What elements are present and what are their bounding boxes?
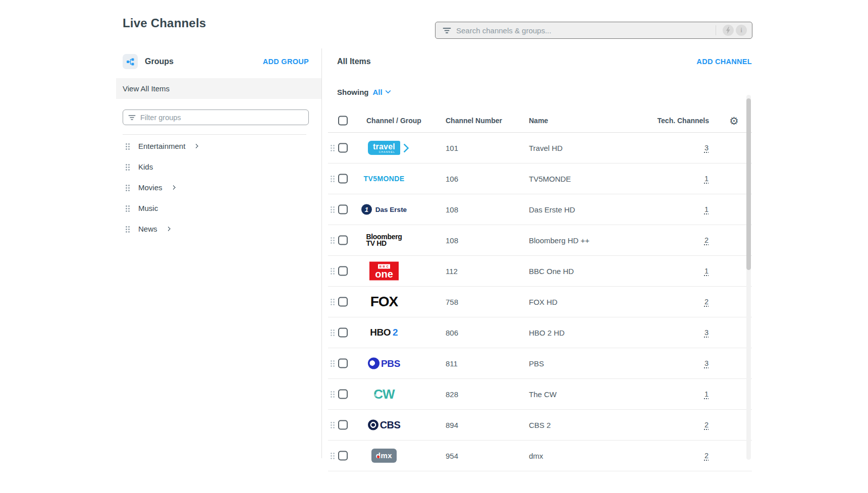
drag-handle-icon[interactable] [330, 144, 335, 151]
row-checkbox[interactable] [338, 266, 348, 276]
gear-icon[interactable]: ⚙ [729, 115, 739, 126]
channel-logo: travel CHANNEL [368, 141, 400, 155]
group-row[interactable]: Entertainment [116, 136, 321, 156]
row-checkbox[interactable] [338, 236, 348, 245]
tech-channels-link[interactable]: 1 [704, 205, 709, 213]
all-items-title: All Items [337, 57, 371, 66]
channel-row: Bloomberg TV HD 108 Bloomberg HD ++ 2 [328, 225, 752, 256]
drag-handle-icon[interactable] [330, 421, 335, 428]
drag-handle-icon[interactable] [330, 298, 335, 305]
channel-name: TV5MONDE [529, 175, 571, 183]
filter-icon [128, 115, 136, 121]
showing-dropdown[interactable]: All [373, 88, 390, 96]
drag-handle-icon[interactable] [125, 163, 130, 171]
drag-handle-icon[interactable] [125, 226, 130, 233]
all-items-header: All Items ADD CHANNEL [328, 48, 752, 75]
channel-logo: HBO 2 [370, 327, 398, 338]
add-channel-button[interactable]: ADD CHANNEL [696, 58, 752, 66]
channel-row: Das Erste 1 108 Das Erste HD 1 [328, 194, 752, 225]
filter-groups-field[interactable] [123, 109, 309, 125]
table-scrollbar-thumb[interactable] [746, 98, 751, 270]
group-row[interactable]: Music [116, 198, 321, 218]
tech-channels-link[interactable]: 2 [704, 421, 709, 429]
live-channels-page: Live Channels i Groups ADD GROUP [0, 0, 868, 493]
chevron-down-icon [385, 88, 391, 93]
row-checkbox[interactable] [338, 297, 348, 307]
channel-logo: dmx [371, 449, 397, 463]
channel-logo: TV5MONDE [364, 175, 405, 183]
drag-handle-icon[interactable] [125, 205, 130, 212]
group-label: Music [138, 204, 158, 212]
add-group-button[interactable]: ADD GROUP [263, 58, 309, 66]
col-name: Name [529, 117, 548, 125]
channel-row: dmx 954 dmx 2 [328, 441, 752, 471]
lightning-icon[interactable] [723, 25, 734, 36]
channel-table-body: travel CHANNEL 101 Travel HD 3 TV5MONDE … [328, 133, 752, 471]
groups-hierarchy-icon [123, 54, 138, 69]
group-row[interactable]: News [116, 218, 321, 239]
groups-title: Groups [145, 57, 174, 66]
row-checkbox[interactable] [338, 328, 348, 338]
tech-channels-link[interactable]: 1 [704, 175, 709, 183]
col-channel-number: Channel Number [446, 117, 502, 125]
global-search[interactable]: i [435, 22, 752, 39]
channel-logo: one BBC [369, 262, 399, 281]
filter-groups-input[interactable] [140, 114, 303, 122]
row-checkbox[interactable] [338, 359, 348, 368]
group-label: Kids [138, 162, 153, 171]
channel-name: Travel HD [529, 144, 563, 152]
channel-number: 108 [446, 236, 458, 245]
channel-name: BBC One HD [529, 267, 574, 276]
panel-divider [321, 48, 322, 458]
drag-handle-icon[interactable] [330, 329, 335, 336]
tech-channels-link[interactable]: 1 [704, 390, 709, 398]
drag-handle-icon[interactable] [330, 237, 335, 244]
table-scrollbar-track[interactable] [746, 95, 751, 460]
channel-number: 112 [446, 267, 458, 276]
row-checkbox[interactable] [338, 451, 348, 461]
row-checkbox[interactable] [338, 420, 348, 430]
row-checkbox[interactable] [338, 143, 348, 153]
drag-handle-icon[interactable] [125, 143, 130, 150]
drag-handle-icon[interactable] [330, 452, 335, 459]
channel-row: TV5MONDE 106 TV5MONDE 1 [328, 163, 752, 194]
row-checkbox[interactable] [338, 205, 348, 214]
drag-handle-icon[interactable] [330, 391, 335, 398]
channel-name: dmx [529, 452, 543, 460]
row-checkbox[interactable] [338, 174, 348, 184]
channel-name: PBS [529, 359, 544, 368]
tech-channels-link[interactable]: 3 [704, 359, 709, 367]
group-row[interactable]: Movies [116, 177, 321, 198]
tech-channels-link[interactable]: 1 [704, 267, 709, 275]
drag-handle-icon[interactable] [330, 175, 335, 182]
view-all-items[interactable]: View All Items [116, 78, 321, 99]
groups-sidebar: Groups ADD GROUP View All Items Entertai… [116, 48, 321, 239]
channel-row: PBS 811 PBS 3 [328, 348, 752, 379]
channel-number: 101 [446, 144, 458, 152]
chevron-right-icon[interactable] [166, 227, 171, 232]
drag-handle-icon[interactable] [330, 267, 335, 275]
group-label: Movies [138, 183, 162, 192]
row-checkbox[interactable] [338, 390, 348, 399]
drag-handle-icon[interactable] [125, 184, 130, 191]
channel-logo: CW THE [373, 387, 394, 402]
tech-channels-link[interactable]: 2 [704, 236, 709, 244]
search-input[interactable] [456, 26, 711, 35]
channel-name: The CW [529, 390, 557, 399]
col-tech-channels: Tech. Channels [651, 117, 709, 125]
chevron-right-icon[interactable] [194, 144, 199, 149]
tech-channels-link[interactable]: 3 [704, 144, 709, 152]
info-icon[interactable]: i [736, 25, 747, 36]
page-title: Live Channels [123, 16, 206, 30]
group-row[interactable]: Kids [116, 156, 321, 177]
tech-channels-link[interactable]: 2 [704, 298, 709, 306]
channel-number: 758 [446, 298, 458, 306]
channel-row: CBS 894 CBS 2 2 [328, 410, 752, 441]
chevron-right-icon[interactable] [171, 185, 176, 190]
drag-handle-icon[interactable] [330, 360, 335, 367]
tech-channels-link[interactable]: 3 [704, 328, 709, 337]
drag-handle-icon[interactable] [330, 206, 335, 213]
tech-channels-link[interactable]: 2 [704, 452, 709, 460]
channel-row: CW THE 828 The CW 1 [328, 379, 752, 410]
select-all-checkbox[interactable] [338, 116, 348, 125]
